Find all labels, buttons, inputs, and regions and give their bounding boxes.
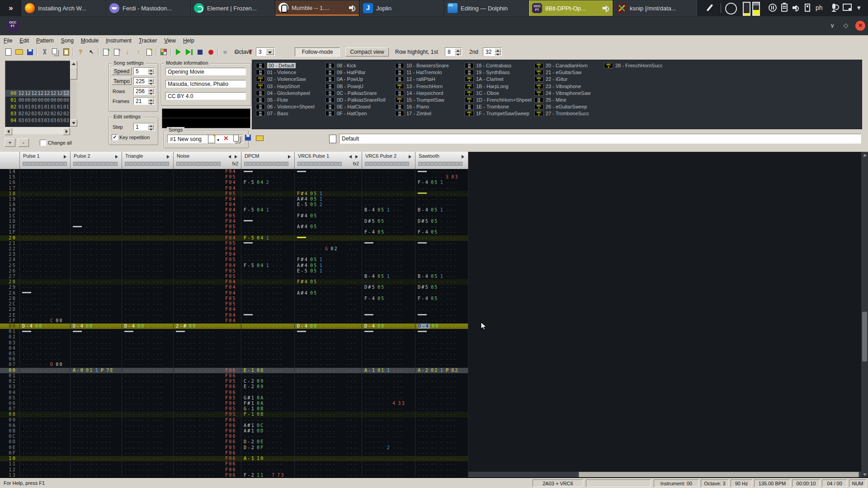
pattern-cell[interactable]: --------- [362,186,415,191]
module-copyright-field[interactable]: CC BY 4.0 [165,92,246,100]
instrument-item[interactable]: VRC623 - Vibraphone [534,83,581,89]
pattern-cell[interactable]: --------- [20,346,71,351]
pattern-cell[interactable]: ------ [415,169,468,174]
pattern-cell[interactable]: --------- [415,224,468,230]
pattern-cell[interactable]: ------ [415,241,468,246]
pattern-cell[interactable]: --------- [415,257,468,263]
pattern-cell[interactable]: --------- [362,467,415,473]
pattern-cell[interactable]: --------- [241,450,295,456]
pattern-cell[interactable]: ------------ [295,230,362,235]
pattern-cell[interactable]: --------- [20,401,71,406]
pattern-cell[interactable]: ------------ [295,351,362,357]
pattern-cell[interactable]: --------- [362,362,415,367]
pattern-cell[interactable]: ---------F05 [174,395,241,401]
pattern-cell[interactable]: --------- [20,257,71,263]
pattern-cell[interactable]: ---------F05 [174,445,241,450]
frame-editor[interactable]: 0012121212121212120100000000000000000201… [5,61,71,127]
pattern-cell[interactable]: --------- [20,418,71,423]
pattern-cell[interactable]: --------- [362,191,415,197]
pattern-cell[interactable]: --------- [122,384,174,389]
pattern-cell[interactable]: A#10D---- [241,428,295,434]
pattern-cell[interactable]: --------- [20,334,71,340]
pattern-cell[interactable]: A-1011--- [362,368,415,373]
pattern-cell[interactable]: F#4051------ [295,191,362,197]
pattern-cell[interactable]: --------- [362,418,415,423]
pattern-cell[interactable]: F-405---- [362,230,415,235]
pattern-cell[interactable]: D-400------- [295,324,362,329]
pattern-cell[interactable]: --------- [415,395,468,401]
pattern-cell[interactable]: A#405------- [295,224,362,230]
pattern-cell[interactable]: --------- [71,401,122,406]
pattern-cell[interactable]: ------------ [295,418,362,423]
meter-left[interactable] [743,2,750,16]
channel-header-pulse-2[interactable]: Pulse 2 [71,152,122,169]
pattern-cell[interactable]: F-5041--- [241,235,295,241]
menu-view[interactable]: View [160,38,179,44]
instrument-item[interactable]: 2A0305 - Flute [256,97,288,103]
instrument-item[interactable]: VRC624 - VibraphoneSaw [534,90,590,96]
pattern-cell[interactable]: --------- [241,362,295,367]
pattern-cell[interactable]: D#505---- [362,285,415,290]
instrument-item[interactable]: VRC602 - ViolenceSaw [256,76,306,82]
pattern-cell[interactable]: --------- [20,461,71,467]
cut-icon[interactable] [39,47,50,57]
pattern-cell[interactable]: ------------ [295,423,362,428]
pattern-cell[interactable]: --------- [362,169,415,174]
pattern-cell[interactable]: ------------ [174,340,241,346]
pattern-cell[interactable]: --------- [20,439,71,445]
pattern-cell[interactable]: --------- [295,329,362,334]
pattern-cell[interactable]: --------- [20,235,71,241]
play-icon[interactable] [173,47,184,57]
pattern-cell[interactable]: --------- [415,318,468,324]
pattern-cell[interactable]: --------- [71,351,122,357]
instrument-item[interactable]: VRC627 - TromboneSucc [534,110,589,117]
pattern-cell[interactable]: --------- [122,461,174,467]
pattern-cell[interactable]: A#4051------ [295,263,362,268]
pattern-cell[interactable]: --------- [362,373,415,379]
pattern-cell[interactable]: --------- [71,301,122,307]
pattern-cell[interactable]: A-0011P7E [71,368,122,373]
frame-pattern-cell[interactable]: 00 [57,97,63,103]
pattern-cell[interactable]: --------- [122,318,174,324]
pattern-cell[interactable]: --------- [122,406,174,412]
collapse-fx-icon[interactable] [349,155,352,159]
pattern-cell[interactable]: ------------ [295,346,362,351]
pattern-cell[interactable]: ------ [122,329,174,334]
instrument-item[interactable]: 2A0310 - BowsersSnare [395,62,449,69]
pattern-cell[interactable]: F-5042--- [241,180,295,185]
pattern-cell[interactable]: --------- [71,285,122,290]
pattern-cell[interactable]: --------- [71,418,122,423]
tempo-button[interactable]: Tempo [112,77,132,85]
pattern-cell[interactable]: ---------F04 [174,180,241,185]
instrument-item[interactable]: VRC620 - CanadianHorn [534,62,588,69]
pattern-cell[interactable]: --------- [415,373,468,379]
pattern-cell[interactable]: E-209---- [241,384,295,389]
pattern-cell[interactable]: --------- [71,450,122,456]
pattern-cell[interactable]: --------- [71,268,122,274]
pattern-cell[interactable]: --------- [20,241,71,246]
move-frame-up-icon[interactable]: ↑ [133,47,144,57]
pattern-cell[interactable]: --------- [362,412,415,417]
pattern-cell[interactable]: --------- [362,268,415,274]
pattern-cell[interactable]: --------- [20,279,71,285]
spin-up-icon[interactable] [495,48,501,52]
pattern-cell[interactable]: E-5052------ [295,202,362,207]
pattern-cell[interactable]: ------------ [295,340,362,346]
pattern-cell[interactable]: --------- [415,351,468,357]
pattern-cell[interactable]: --------- [20,467,71,473]
pattern-cell[interactable]: --------- [122,285,174,290]
instrument-item[interactable]: 2A031E - Trombone [465,103,509,110]
pattern-cell[interactable]: ------------ [295,390,362,395]
frame-pattern-cell[interactable]: 02 [44,110,50,117]
pattern-cell[interactable]: ------------ [174,357,241,362]
step-spinner[interactable]: 1 [133,123,155,131]
pattern-cell[interactable]: ------------ [295,180,362,185]
pattern-cell[interactable]: --------- [122,379,174,384]
pattern-cell[interactable]: ---------F06 [174,439,241,445]
pattern-cell[interactable]: ---------F04 [174,285,241,290]
instrument-item[interactable]: VRC613 - FrenchHorn [395,83,443,89]
pattern-cell[interactable]: --------- [20,219,71,224]
frame-pattern-cell[interactable]: 01 [38,103,44,110]
pattern-cell[interactable]: --------- [415,467,468,473]
close-button[interactable]: × [855,21,865,31]
